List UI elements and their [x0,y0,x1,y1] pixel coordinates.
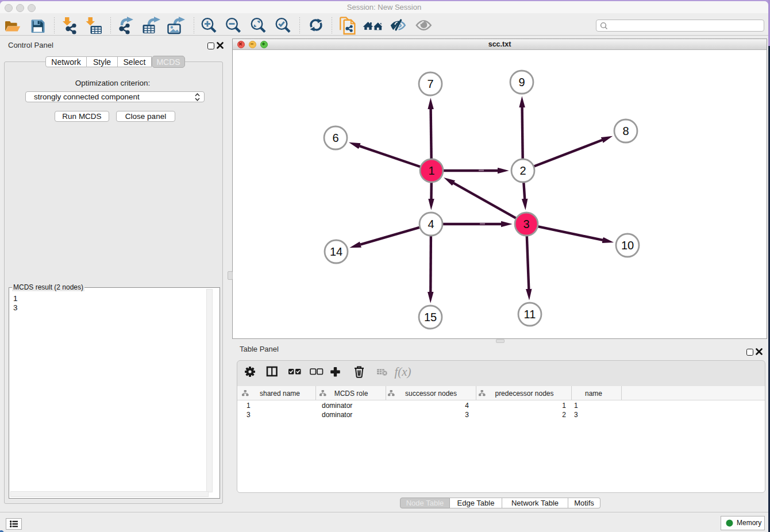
svg-text:15: 15 [424,311,437,323]
svg-text:6: 6 [332,132,338,144]
svg-text:1: 1 [428,164,434,177]
svg-text:9: 9 [518,76,525,88]
svg-text:4: 4 [428,218,434,230]
svg-text:10: 10 [621,239,634,252]
svg-text:2: 2 [519,164,526,177]
svg-text:f(x): f(x) [394,365,411,379]
svg-text:3: 3 [523,218,529,230]
svg-text:14: 14 [330,245,342,258]
svg-text:11: 11 [524,308,536,321]
svg-text:7: 7 [427,78,433,90]
svg-text:8: 8 [622,125,629,137]
